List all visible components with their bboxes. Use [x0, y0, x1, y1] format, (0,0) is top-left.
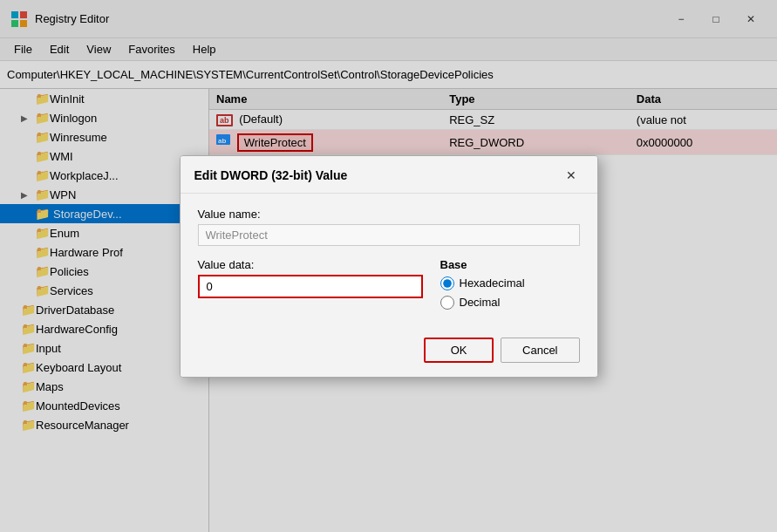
dialog-title-bar: Edit DWORD (32-bit) Value ✕ — [181, 156, 597, 194]
cancel-button[interactable]: Cancel — [501, 338, 579, 363]
value-data-label: Value data: — [198, 258, 423, 271]
dialog-close-button[interactable]: ✕ — [559, 165, 583, 186]
radio-dec-label: Decimal — [460, 296, 501, 309]
radio-hex-label: Hexadecimal — [460, 276, 525, 290]
radio-hexadecimal[interactable]: Hexadecimal — [440, 276, 580, 290]
ok-button[interactable]: OK — [424, 338, 494, 363]
dialog-title: Edit DWORD (32-bit) Value — [194, 168, 348, 182]
dialog-body: Value name: Value data: Base Hexadecimal — [181, 194, 597, 329]
value-data-row: Value data: Base Hexadecimal Decimal — [198, 258, 580, 315]
edit-dword-dialog: Edit DWORD (32-bit) Value ✕ Value name: … — [180, 155, 598, 378]
value-name-label: Value name: — [198, 208, 580, 221]
radio-decimal[interactable]: Decimal — [440, 296, 580, 310]
base-fieldset: Base Hexadecimal Decimal — [440, 258, 580, 315]
base-col: Base Hexadecimal Decimal — [440, 258, 580, 315]
dialog-footer: OK Cancel — [181, 329, 597, 377]
value-data-col: Value data: — [198, 258, 423, 298]
base-legend: Base — [440, 258, 467, 271]
value-data-input[interactable] — [198, 275, 423, 298]
dialog-overlay: Edit DWORD (32-bit) Value ✕ Value name: … — [0, 0, 777, 532]
radio-hex-input[interactable] — [440, 276, 454, 290]
value-name-input[interactable] — [198, 224, 580, 246]
radio-dec-input[interactable] — [440, 296, 454, 310]
